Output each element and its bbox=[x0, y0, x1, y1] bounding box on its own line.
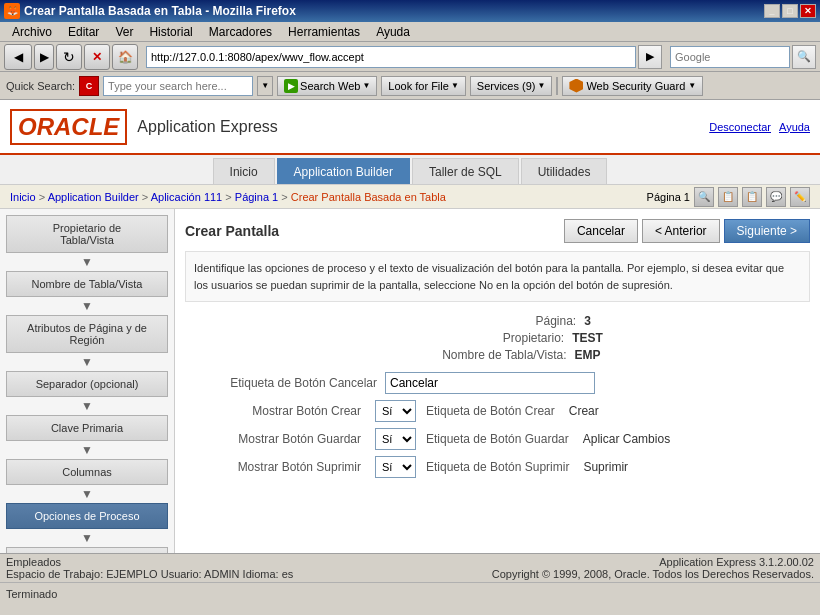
status-copyright: Copyright © 1999, 2008, Oracle. Todos lo… bbox=[492, 568, 814, 580]
quicksearch-dropdown[interactable]: ▼ bbox=[257, 76, 273, 96]
info-propietario: Propietario: TEST bbox=[185, 331, 810, 345]
sidebar-item-columnas[interactable]: Columnas bbox=[6, 459, 168, 485]
menu-ver[interactable]: Ver bbox=[107, 23, 141, 41]
forward-button[interactable]: ▶ bbox=[34, 44, 54, 70]
page-icon-2[interactable]: 📋 bbox=[718, 187, 738, 207]
sidebar-item-nombre-tabla[interactable]: Nombre de Tabla/Vista bbox=[6, 271, 168, 297]
breadcrumb-inicio[interactable]: Inicio bbox=[10, 191, 36, 203]
suprimir-show-select[interactable]: Sí No bbox=[375, 456, 416, 478]
go-button[interactable]: ▶ bbox=[638, 45, 662, 69]
page-indicator: Página 1 🔍 📋 📋 💬 ✏️ bbox=[647, 187, 810, 207]
window-controls[interactable]: _ □ ✕ bbox=[764, 4, 816, 18]
page-icon-1[interactable]: 🔍 bbox=[694, 187, 714, 207]
sidebar: Propietario de Tabla/Vista ▼ Nombre de T… bbox=[0, 209, 175, 553]
guardar-show-select[interactable]: Sí No bbox=[375, 428, 416, 450]
cancelar-input-label: Etiqueta de Botón Cancelar bbox=[185, 376, 385, 390]
file-dropdown[interactable]: ▼ bbox=[451, 81, 459, 90]
nav-tabs: Inicio Application Builder Taller de SQL… bbox=[0, 155, 820, 185]
reload-button[interactable]: ↻ bbox=[56, 44, 82, 70]
suprimir-value: Suprimir bbox=[583, 460, 628, 474]
maximize-button[interactable]: □ bbox=[782, 4, 798, 18]
tabla-value: EMP bbox=[574, 348, 600, 362]
breadcrumb-bar: Inicio > Application Builder > Aplicació… bbox=[0, 185, 820, 209]
menu-herramientas[interactable]: Herramientas bbox=[280, 23, 368, 41]
next-button[interactable]: Siguiente > bbox=[724, 219, 810, 243]
arrow-4: ▼ bbox=[6, 399, 168, 413]
disconnect-link[interactable]: Desconectar bbox=[709, 121, 771, 133]
guardar-show-label: Mostrar Botón Guardar bbox=[185, 432, 365, 446]
menu-archivo[interactable]: Archivo bbox=[4, 23, 60, 41]
status-workspace: Espacio de Trabajo: EJEMPLO Usuario: ADM… bbox=[6, 568, 293, 580]
quicksearch-label: Quick Search: bbox=[6, 80, 75, 92]
crear-label-label: Etiqueta de Botón Crear bbox=[426, 404, 559, 418]
prev-button[interactable]: < Anterior bbox=[642, 219, 720, 243]
guardar-value: Aplicar Cambios bbox=[583, 432, 670, 446]
cancel-button[interactable]: Cancelar bbox=[564, 219, 638, 243]
pagina-value: 3 bbox=[584, 314, 591, 328]
status-mid-row: Espacio de Trabajo: EJEMPLO Usuario: ADM… bbox=[6, 568, 814, 580]
oracle-subtitle: Application Express bbox=[137, 118, 278, 136]
search-button[interactable]: 🔍 bbox=[792, 45, 816, 69]
tab-inicio[interactable]: Inicio bbox=[213, 158, 275, 184]
search-web-button[interactable]: ▶ Search Web ▼ bbox=[277, 76, 377, 96]
sidebar-item-separador[interactable]: Separador (opcional) bbox=[6, 371, 168, 397]
browser-icon: 🦊 bbox=[4, 3, 20, 19]
content-title: Crear Pantalla bbox=[185, 223, 279, 239]
propietario-label: Propietario: bbox=[392, 331, 572, 345]
guardar-label-label: Etiqueta de Botón Guardar bbox=[426, 432, 573, 446]
search-web-dropdown[interactable]: ▼ bbox=[362, 81, 370, 90]
sidebar-item-opciones[interactable]: Opciones de Proceso bbox=[6, 503, 168, 529]
tab-application-builder[interactable]: Application Builder bbox=[277, 158, 410, 184]
breadcrumb-app111[interactable]: Aplicación 111 bbox=[151, 191, 223, 203]
main-area: Propietario de Tabla/Vista ▼ Nombre de T… bbox=[0, 209, 820, 553]
help-link[interactable]: Ayuda bbox=[779, 121, 810, 133]
page-icon-5[interactable]: ✏️ bbox=[790, 187, 810, 207]
suprimir-label-label: Etiqueta de Botón Suprimir bbox=[426, 460, 573, 474]
suprimir-form-row: Mostrar Botón Suprimir Sí No Etiqueta de… bbox=[185, 456, 810, 478]
address-bar[interactable] bbox=[146, 46, 636, 68]
quick-bar: Quick Search: C ▼ ▶ Search Web ▼ Look fo… bbox=[0, 72, 820, 100]
menu-ayuda[interactable]: Ayuda bbox=[368, 23, 418, 41]
sidebar-item-propietario[interactable]: Propietario de Tabla/Vista bbox=[6, 215, 168, 253]
crear-form-row: Mostrar Botón Crear Sí No Etiqueta de Bo… bbox=[185, 400, 810, 422]
tab-taller-sql[interactable]: Taller de SQL bbox=[412, 158, 519, 184]
tabla-label: Nombre de Tabla/Vista: bbox=[394, 348, 574, 362]
info-tabla: Nombre de Tabla/Vista: EMP bbox=[185, 348, 810, 362]
info-pagina: Página: 3 bbox=[185, 314, 810, 328]
services-dropdown[interactable]: ▼ bbox=[537, 81, 545, 90]
breadcrumb-page1[interactable]: Página 1 bbox=[235, 191, 278, 203]
quicksearch-input[interactable] bbox=[103, 76, 253, 96]
description-text: Identifique las opciones de proceso y el… bbox=[185, 251, 810, 302]
title-bar: 🦊 Crear Pantalla Basada en Tabla - Mozil… bbox=[0, 0, 820, 22]
breadcrumb-appbuilder[interactable]: Application Builder bbox=[48, 191, 139, 203]
look-for-file-button[interactable]: Look for File ▼ bbox=[381, 76, 465, 96]
home-button[interactable]: 🏠 bbox=[112, 44, 138, 70]
close-button[interactable]: ✕ bbox=[800, 4, 816, 18]
security-dropdown[interactable]: ▼ bbox=[688, 81, 696, 90]
search-box[interactable] bbox=[670, 46, 790, 68]
status-left: Empleados bbox=[6, 556, 61, 568]
sidebar-item-atributos[interactable]: Atributos de Página y de Región bbox=[6, 315, 168, 353]
stop-button[interactable]: ✕ bbox=[84, 44, 110, 70]
sidebar-item-bifurcacion[interactable]: Bifurcación bbox=[6, 547, 168, 553]
security-guard-button[interactable]: Web Security Guard ▼ bbox=[562, 76, 703, 96]
tab-utilidades[interactable]: Utilidades bbox=[521, 158, 608, 184]
menu-editar[interactable]: Editar bbox=[60, 23, 107, 41]
crear-show-label: Mostrar Botón Crear bbox=[185, 404, 365, 418]
quicksearch-icon[interactable]: C bbox=[79, 76, 99, 96]
header-buttons: Cancelar < Anterior Siguiente > bbox=[564, 219, 810, 243]
nav-toolbar: ◀ ▶ ↻ ✕ 🏠 ▶ 🔍 bbox=[0, 42, 820, 72]
minimize-button[interactable]: _ bbox=[764, 4, 780, 18]
cancelar-input[interactable] bbox=[385, 372, 595, 394]
menu-marcadores[interactable]: Marcadores bbox=[201, 23, 280, 41]
page-icon-4[interactable]: 💬 bbox=[766, 187, 786, 207]
back-button[interactable]: ◀ bbox=[4, 44, 32, 70]
services-button[interactable]: Services (9) ▼ bbox=[470, 76, 553, 96]
arrow-2: ▼ bbox=[6, 299, 168, 313]
window-title: Crear Pantalla Basada en Tabla - Mozilla… bbox=[24, 4, 296, 18]
menu-historial[interactable]: Historial bbox=[141, 23, 200, 41]
sidebar-item-clave[interactable]: Clave Primaria bbox=[6, 415, 168, 441]
status-bottom: Terminado bbox=[0, 582, 820, 604]
crear-show-select[interactable]: Sí No bbox=[375, 400, 416, 422]
page-icon-3[interactable]: 📋 bbox=[742, 187, 762, 207]
